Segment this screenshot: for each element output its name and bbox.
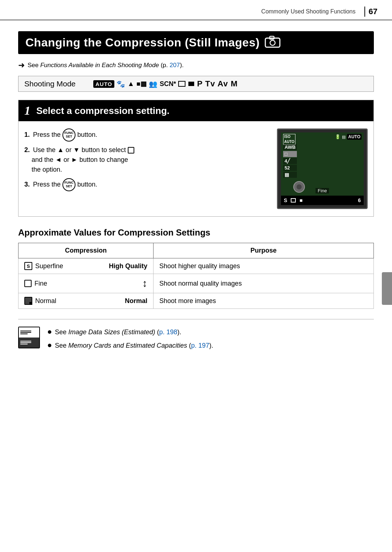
normal-label: Normal <box>35 297 56 305</box>
section-divider <box>18 319 374 319</box>
bullet-1-text: See Image Data Sizes (Estimated) (p. 198… <box>55 327 181 338</box>
step-1-body: 1. Press the FUNC SET button. 2. Use the… <box>19 121 373 216</box>
normal-quality: Normal <box>125 297 147 305</box>
sa-line-w1 <box>20 341 31 342</box>
sa-line-2 <box>20 332 31 333</box>
normal-icon <box>24 297 32 305</box>
sa-icon-top <box>19 327 39 338</box>
fine-icon <box>24 280 32 287</box>
fine-label: Fine <box>315 188 329 193</box>
instruction-3: 3. Press the FUNC SET button. <box>24 178 270 191</box>
compression-cell-superfine: S Superfine High Quality <box>19 258 154 274</box>
screen-bottom-bar: S ■ 6 <box>281 196 364 205</box>
camera-screen-inner: ISOAUTO 🔋 ▤ AUTO AWB □ 4╱ 52 ▤ <box>281 132 364 205</box>
screen-bottom-icons: S ■ <box>284 197 303 203</box>
shooting-mode-icons: AUTO 🐾 ▲ ■▩ 👥 SCN* P Tv Av M <box>93 79 238 89</box>
sa-line-3 <box>20 334 28 334</box>
iso-label: ISOAUTO <box>283 134 295 145</box>
fine-square-icon <box>128 147 134 154</box>
scroll-wheel-inner <box>297 184 302 189</box>
svg-point-2 <box>270 40 275 45</box>
shooting-mode-bar: Shooting Mode AUTO 🐾 ▲ ■▩ 👥 SCN* P Tv Av… <box>18 76 374 92</box>
bottom-number: 6 <box>358 197 361 203</box>
step-1-section: 1 Select a compression setting. 1. Press… <box>18 100 374 217</box>
header-divider <box>364 7 365 17</box>
approx-title: Approximate Values for Compression Setti… <box>18 228 374 238</box>
compression-cell-normal: Normal Normal <box>19 293 154 309</box>
screen-menu-items: AWB □ 4╱ 52 ▤ <box>283 144 297 178</box>
superfine-icon: S <box>24 262 32 270</box>
arrow-icon: ➜ <box>18 61 25 70</box>
step-number: 1 <box>24 104 30 118</box>
page-number: 67 <box>369 7 377 16</box>
mode-icon-people: 👥 <box>149 80 158 88</box>
compression-table: Compression Purpose S Superfine High Qua… <box>18 243 374 309</box>
camera-icon <box>265 36 281 48</box>
link-197[interactable]: p. 197 <box>191 342 209 349</box>
page-header: Commonly Used Shooting Functions 67 <box>0 0 392 20</box>
fine-quality-arrow: ↕ <box>142 278 147 289</box>
screen-item-awb: AWB <box>283 144 297 150</box>
card-icon: ▤ <box>342 135 346 139</box>
camera-screen: ISOAUTO 🔋 ▤ AUTO AWB □ 4╱ 52 ▤ <box>277 128 368 209</box>
mode-ptvavm: P Tv Av M <box>197 79 238 89</box>
see-also-icon <box>18 327 40 348</box>
purpose-cell-normal: Shoot more images <box>154 293 374 309</box>
instruction-2: 2. Use the ▲ or ▼ button to select and t… <box>24 145 270 175</box>
sa-icon-bottom <box>19 338 39 348</box>
mode-icon-fill <box>188 82 194 86</box>
purpose-cell-fine: Shoot normal quality images <box>154 274 374 293</box>
battery-icon: 🔋 <box>335 134 340 139</box>
bottom-s: S <box>284 197 287 203</box>
table-row-normal: Normal Normal Shoot more images <box>19 293 374 309</box>
func-set-button-2: FUNC SET <box>62 178 75 191</box>
purpose-text-superfine: Shoot higher quality images <box>159 262 240 270</box>
sa-lines-top <box>20 331 31 334</box>
bottom-filled: ■ <box>299 197 302 203</box>
mode-icon-paw: 🐾 <box>117 80 125 88</box>
bullet-1-dot: ● <box>47 328 52 336</box>
fine-label-table: Fine <box>34 280 47 287</box>
purpose-text-fine: Shoot normal quality images <box>159 280 242 287</box>
page-title: Changing the Compression (Still Images) <box>25 36 260 49</box>
see-note-text: See Functions Available in Each Shooting… <box>28 62 184 69</box>
sa-lines-bottom <box>20 341 31 344</box>
func-set-button-1: FUNC SET <box>62 128 75 142</box>
see-also-section: ● See Image Data Sizes (Estimated) (p. 1… <box>18 327 374 353</box>
see-note: ➜ See Functions Available in Each Shooti… <box>18 61 374 70</box>
sa-line-w2 <box>20 342 31 343</box>
step-1-header: 1 Select a compression setting. <box>19 100 373 121</box>
purpose-text-normal: Shoot more images <box>159 297 216 304</box>
instruction-1: 1. Press the FUNC SET button. <box>24 128 270 142</box>
shooting-mode-label: Shooting Mode <box>24 79 93 88</box>
step-instructions: 1. Press the FUNC SET button. 2. Use the… <box>24 128 270 209</box>
scroll-wheel <box>293 181 305 193</box>
col-header-compression: Compression <box>19 243 154 258</box>
page-link-207[interactable]: 207 <box>170 62 180 69</box>
superfine-label: Superfine <box>35 262 63 270</box>
screen-item-rect: □ <box>283 151 297 157</box>
sa-line-w3 <box>20 344 28 344</box>
page-title-box: Changing the Compression (Still Images) <box>18 31 374 54</box>
screen-top-right: 🔋 ▤ AUTO <box>335 134 362 140</box>
screen-item-4off: 4╱ <box>283 158 297 164</box>
bottom-rect <box>291 198 296 203</box>
step-1-title: Select a compression setting. <box>36 105 170 116</box>
mode-icon-mountain: ▲ <box>127 80 134 88</box>
purpose-cell-superfine: Shoot higher quality images <box>154 258 374 274</box>
screen-item-52: 52 <box>283 165 297 171</box>
auto-badge: AUTO <box>93 80 114 88</box>
col-header-purpose: Purpose <box>154 243 374 258</box>
superfine-quality: High Quality <box>109 262 147 270</box>
link-198[interactable]: p. 198 <box>159 328 177 336</box>
mode-icon-rect <box>178 81 185 87</box>
table-row-superfine: S Superfine High Quality Shoot higher qu… <box>19 258 374 274</box>
main-content: Changing the Compression (Still Images) … <box>0 20 392 364</box>
section-title: Commonly Used Shooting Functions <box>261 8 356 15</box>
table-row-fine: Fine ↕ Shoot normal quality images <box>19 274 374 293</box>
chapter-tab <box>382 272 392 305</box>
bullet-item-1: ● See Image Data Sizes (Estimated) (p. 1… <box>47 327 213 338</box>
auto-badge-screen: AUTO <box>347 134 362 140</box>
mode-icon-face: ■▩ <box>136 80 147 88</box>
compression-cell-fine: Fine ↕ <box>19 274 154 293</box>
